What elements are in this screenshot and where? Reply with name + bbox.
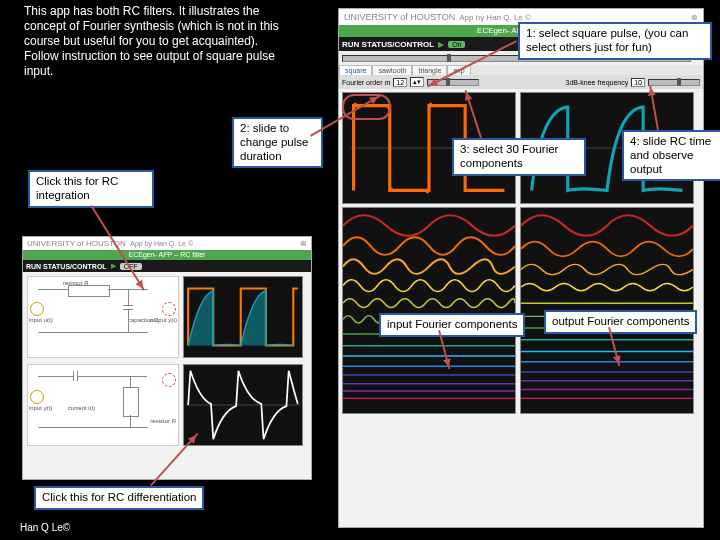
fourier-order-stepper[interactable]: ▴▾ — [410, 77, 424, 87]
tab-triangle[interactable]: triangle — [412, 65, 447, 75]
intro-paragraph: This app has both RC filters. It illustr… — [24, 4, 284, 79]
tab-sawtooth[interactable]: sawtooth — [372, 65, 412, 75]
copyright-text: Han Q Le© — [20, 522, 70, 535]
play-icon: ▶ — [438, 40, 444, 49]
knee-slider[interactable] — [648, 79, 700, 86]
tab-square[interactable]: square — [339, 65, 372, 75]
plot-input-fourier — [342, 207, 516, 414]
close-icon: ⊗ — [300, 239, 307, 248]
callout-input-fourier: input Fourier components — [379, 313, 525, 337]
highlight-circle — [342, 94, 391, 120]
small-univ-row: UNIVERSITY of HOUSTON App by Han Q. Le ©… — [23, 237, 311, 250]
knee-value[interactable]: 10 — [631, 78, 645, 87]
small-title-bar: ECEgen- APP – RC filter — [23, 250, 311, 260]
callout-slide-rc: 4: slide RC time and observe output — [622, 130, 720, 181]
on-button[interactable]: On — [448, 41, 465, 48]
plot-int-small — [184, 277, 302, 357]
callout-rc-differentiation: Click this for RC differentiation — [34, 486, 204, 510]
screenshot-small-off: UNIVERSITY of HOUSTON App by Han Q. Le ©… — [22, 236, 312, 480]
callout-slide-pulse: 2: slide to change pulse duration — [232, 117, 323, 168]
callout-select-square: 1: select square pulse, (you can select … — [518, 22, 712, 60]
small-run-row: RUN STATUS/CONTROL ▶ OFF — [23, 260, 311, 272]
block-rc-integration[interactable]: resistor R capacitor C input u(t) output… — [27, 276, 307, 358]
block-rc-differentiation[interactable]: resistor R input y(t) current i(t) — [27, 364, 307, 446]
callout-output-fourier: output Fourier components — [544, 310, 697, 334]
slide-root: This app has both RC filters. It illustr… — [0, 0, 720, 540]
close-icon: ⊗ — [691, 13, 698, 22]
waveform-tabs: square sawtooth triangle exp — [339, 65, 703, 75]
play-icon: ▶ — [111, 262, 116, 270]
callout-rc-integration: Click this for RC integration — [28, 170, 154, 208]
plot-diff-small — [184, 365, 302, 445]
fourier-order-value[interactable]: 12 — [393, 78, 407, 87]
callout-select-fourier: 3: select 30 Fourier components — [452, 138, 586, 176]
